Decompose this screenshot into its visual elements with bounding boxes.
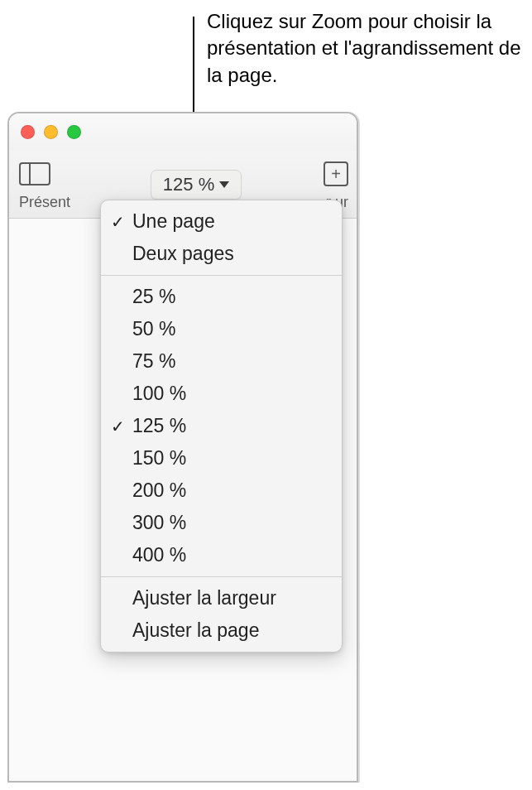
menu-zoom-level-4[interactable]: ✓125 % <box>101 410 342 442</box>
menu-fit-option-0[interactable]: Ajuster la largeur <box>101 582 342 614</box>
menu-view-option-1[interactable]: Deux pages <box>101 238 342 270</box>
zoom-dropdown-menu: ✓Une pageDeux pages 25 %50 %75 %100 %✓12… <box>100 200 343 653</box>
zoom-dropdown-button[interactable]: 125 % <box>151 170 242 200</box>
menu-item-label: 125 % <box>132 415 186 437</box>
menu-fit-option-1[interactable]: Ajuster la page <box>101 614 342 647</box>
presentation-label: Présent <box>19 194 70 211</box>
zoom-toolbar-item: 125 % <box>151 170 242 200</box>
menu-item-label: Ajuster la page <box>132 619 259 642</box>
chevron-down-icon <box>219 181 229 188</box>
checkmark-icon: ✓ <box>111 417 132 436</box>
maximize-icon[interactable] <box>67 125 81 139</box>
menu-item-label: 200 % <box>132 479 186 502</box>
plus-icon: + <box>324 161 348 186</box>
menu-zoom-level-7[interactable]: 300 % <box>101 507 342 539</box>
menu-divider <box>101 576 342 577</box>
menu-zoom-level-0[interactable]: 25 % <box>101 281 342 313</box>
menu-item-label: Ajuster la largeur <box>132 587 276 609</box>
menu-zoom-level-2[interactable]: 75 % <box>101 345 342 378</box>
menu-zoom-level-5[interactable]: 150 % <box>101 442 342 474</box>
minimize-icon[interactable] <box>44 125 58 139</box>
menu-zoom-level-6[interactable]: 200 % <box>101 474 342 507</box>
callout-text: Cliquez sur Zoom pour choisir la présent… <box>207 8 521 89</box>
menu-item-label: 75 % <box>132 350 175 373</box>
menu-item-label: 150 % <box>132 447 186 470</box>
window-titlebar <box>9 113 357 151</box>
sidebar-icon <box>19 162 50 185</box>
menu-zoom-level-8[interactable]: 400 % <box>101 539 342 571</box>
checkmark-icon: ✓ <box>111 212 132 232</box>
menu-item-label: Deux pages <box>132 243 234 265</box>
menu-item-label: 300 % <box>132 512 186 534</box>
menu-zoom-level-1[interactable]: 50 % <box>101 313 342 345</box>
menu-item-label: 100 % <box>132 383 186 405</box>
menu-item-label: 400 % <box>132 544 186 566</box>
menu-item-label: Une page <box>132 210 215 233</box>
menu-view-option-0[interactable]: ✓Une page <box>101 205 342 238</box>
zoom-value: 125 % <box>163 174 214 195</box>
menu-divider <box>101 275 342 276</box>
menu-item-label: 50 % <box>132 318 175 340</box>
close-icon[interactable] <box>21 125 35 139</box>
menu-item-label: 25 % <box>132 286 175 308</box>
presentation-button[interactable]: Présent <box>19 157 85 211</box>
menu-zoom-level-3[interactable]: 100 % <box>101 378 342 410</box>
